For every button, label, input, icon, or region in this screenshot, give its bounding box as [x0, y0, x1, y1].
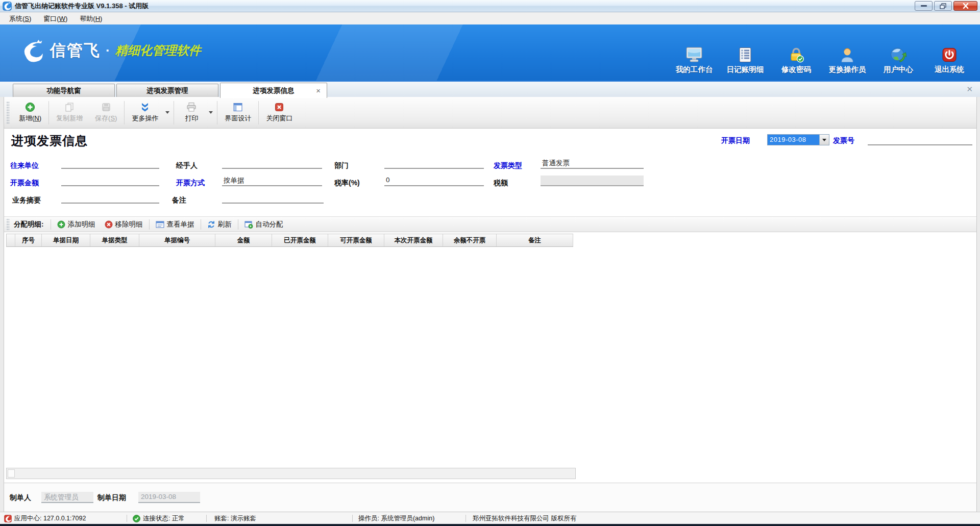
connection-status: 连接状态: 正常 — [133, 514, 185, 523]
invoice-date-combo[interactable]: 2019-03-08 — [767, 134, 829, 145]
view-document-icon — [156, 220, 164, 229]
detail-separator — [149, 219, 150, 230]
copy-new-button[interactable]: 复制新增 — [50, 100, 89, 125]
invoice-date-dropdown-button[interactable] — [819, 135, 829, 145]
close-icon — [963, 3, 969, 9]
menu-help[interactable]: 帮助(H) — [74, 13, 108, 24]
grid-column-header[interactable]: 本次开票金额 — [384, 234, 443, 246]
tab-function-nav[interactable]: 功能导航窗 — [13, 84, 115, 97]
password-lock-icon — [788, 43, 804, 63]
tab-close-icon[interactable]: × — [316, 83, 321, 98]
more-actions-button[interactable]: 更多操作 — [126, 100, 164, 125]
detail-toolbar-grip-handle[interactable] — [6, 219, 10, 230]
tab-invoice-info[interactable]: 进项发票信息 × — [220, 83, 327, 98]
app-center-text: 应用中心: 127.0.0.1:7092 — [14, 514, 86, 523]
grid-header: 序号单据日期单据类型单据编号金额已开票金额可开票金额本次开票金额余额不开票备注 — [6, 234, 573, 247]
invoice-no-input[interactable] — [868, 135, 972, 145]
copyright-status: 郑州亚拓软件科技有限公司 版权所有 — [473, 514, 576, 523]
menu-system[interactable]: 系统(S) — [3, 13, 37, 24]
invoice-info-panel: 进项发票信息 开票日期 2019-03-08 发票号 往来单位 经手人 部门 发… — [4, 129, 976, 483]
tab-label: 进项发票管理 — [147, 87, 188, 94]
new-label: 新增(N) — [19, 114, 41, 123]
footer-panel: 制单人 系统管理员 制单日期 2019-03-08 — [4, 483, 976, 511]
invoice-date-label: 开票日期 — [721, 136, 750, 145]
scrollbar-thumb[interactable] — [8, 469, 15, 478]
grid-column-header[interactable]: 单据类型 — [90, 234, 139, 246]
account-book-status: 账套: 演示账套 — [214, 514, 256, 523]
copy-icon — [64, 102, 75, 112]
method-input[interactable]: 按单据 — [222, 176, 322, 186]
minimize-button[interactable] — [915, 1, 933, 11]
app-center-icon — [4, 515, 12, 522]
toolbar-separator — [48, 101, 49, 124]
grid-column-header[interactable]: 金额 — [215, 234, 272, 246]
more-actions-dropdown-icon[interactable] — [165, 111, 169, 114]
restore-button[interactable] — [934, 1, 952, 11]
grid-column-header[interactable]: 单据日期 — [42, 234, 90, 246]
close-window-button[interactable]: 关闭窗口 — [260, 100, 299, 125]
grid-column-header[interactable]: 备注 — [497, 234, 573, 246]
grid-column-header[interactable]: 序号 — [15, 234, 42, 246]
main-toolbar: 新增(N) 复制新增 保存(S) 更多操作 打印 界面设计 关闭窗口 — [4, 97, 976, 129]
partner-label: 往来单位 — [10, 161, 39, 170]
print-button[interactable]: 打印 — [175, 100, 208, 125]
more-actions-label: 更多操作 — [132, 114, 158, 123]
grid-row-indicator-header[interactable] — [7, 234, 15, 246]
layout-design-icon — [233, 102, 243, 112]
tabstrip-close-icon[interactable]: ✕ — [966, 85, 973, 94]
create-date-label: 制单日期 — [97, 493, 126, 503]
save-button[interactable]: 保存(S) — [89, 100, 123, 125]
partner-input[interactable] — [61, 158, 159, 169]
power-exit-icon — [942, 43, 957, 63]
exit-system-button[interactable]: 退出系统 — [926, 42, 973, 76]
new-button[interactable]: 新增(N) — [13, 100, 47, 125]
close-button[interactable] — [953, 1, 977, 11]
workspace-button[interactable]: 我的工作台 — [671, 42, 718, 76]
invoice-date-value[interactable]: 2019-03-08 — [768, 135, 819, 145]
right-panel-gutter — [976, 97, 980, 512]
connection-text: 连接状态: 正常 — [143, 514, 185, 523]
invoice-type-input[interactable]: 普通发票 — [541, 158, 644, 169]
handler-input[interactable] — [222, 158, 322, 169]
switch-operator-button[interactable]: 更换操作员 — [824, 42, 871, 76]
change-password-button[interactable]: 修改密码 — [773, 42, 820, 76]
auto-assign-button[interactable]: 自动分配 — [240, 218, 288, 231]
toolbar-separator — [217, 101, 217, 124]
user-center-button[interactable]: 用户中心 — [875, 42, 922, 76]
switch-operator-label: 更换操作员 — [829, 65, 866, 74]
grid-column-header[interactable]: 可开票金额 — [328, 234, 384, 246]
menu-window[interactable]: 窗口(W) — [37, 13, 74, 24]
tab-label: 进项发票信息 — [253, 87, 295, 94]
printer-icon — [186, 102, 197, 112]
print-dropdown-icon[interactable] — [209, 111, 213, 114]
ui-design-button[interactable]: 界面设计 — [218, 100, 257, 125]
grid-column-header[interactable]: 余额不开票 — [443, 234, 497, 246]
grid-horizontal-scrollbar[interactable] — [6, 468, 576, 479]
tax-label: 税额 — [494, 179, 508, 188]
status-separator — [465, 515, 466, 522]
add-plus-icon — [57, 220, 65, 229]
note-input[interactable] — [222, 193, 324, 204]
dept-input[interactable] — [384, 158, 484, 169]
grid-column-header[interactable]: 已开票金额 — [272, 234, 328, 246]
refresh-label: 刷新 — [218, 220, 232, 229]
toolbar-grip-handle[interactable] — [6, 102, 10, 124]
journal-button[interactable]: 日记账明细 — [722, 42, 769, 76]
refresh-icon — [207, 220, 215, 229]
refresh-button[interactable]: 刷新 — [203, 218, 236, 231]
add-detail-button[interactable]: 添加明细 — [53, 218, 100, 231]
tab-label: 功能导航窗 — [46, 87, 81, 94]
connection-ok-icon — [133, 515, 140, 522]
tab-strip: 功能导航窗 进项发票管理 进项发票信息 × ✕ — [0, 81, 980, 97]
summary-input[interactable] — [61, 193, 159, 204]
taxrate-input[interactable]: 0 — [384, 176, 484, 186]
remove-detail-button[interactable]: 移除明细 — [100, 218, 148, 231]
restore-icon — [940, 3, 946, 9]
amount-input[interactable] — [61, 176, 159, 186]
grid-body[interactable] — [6, 247, 576, 468]
grid-column-header[interactable]: 单据编号 — [139, 234, 215, 246]
journal-label: 日记账明细 — [727, 65, 764, 74]
tab-invoice-manage[interactable]: 进项发票管理 — [116, 84, 218, 97]
view-bill-button[interactable]: 查看单据 — [151, 218, 199, 231]
note-label: 备注 — [172, 196, 186, 205]
